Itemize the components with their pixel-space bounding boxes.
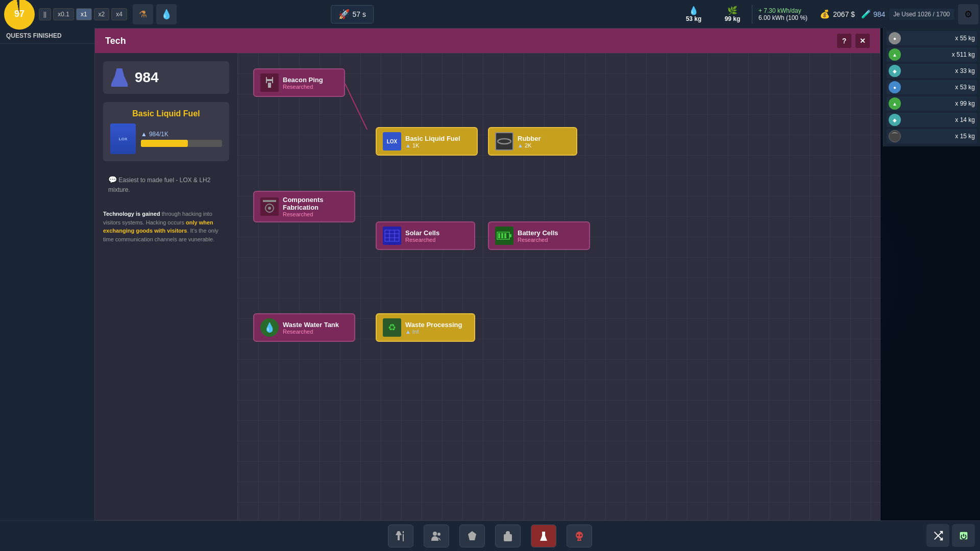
help-button[interactable]: ? (837, 34, 851, 48)
tech-graph: Beacon Ping Researched Components Fabric… (238, 53, 880, 520)
svg-rect-22 (501, 233, 503, 238)
money-value: 2067 $ (833, 10, 855, 18)
tech-node-waste-proc[interactable]: ♻ Waste Processing ▲ Inf (376, 313, 475, 342)
quests-header: QUESTS FINISHED (0, 28, 94, 44)
battery-name: Battery Cells (518, 229, 558, 237)
selected-tech-progress: ▲ 984/1K (141, 131, 222, 147)
waste-water-node-text: Waste Water Tank Researched (283, 321, 339, 335)
tech-node-components[interactable]: Components Fabrication Researched (253, 191, 355, 222)
tech-window: Tech ? ✕ 984 Basic Liquid Fuel LOX (94, 28, 880, 520)
basic-fuel-node-text: Basic Liquid Fuel ▲ 1K (405, 135, 460, 148)
svg-rect-21 (498, 233, 500, 238)
svg-point-29 (577, 534, 579, 536)
storage-info: Je Used 1026 / 1700 (889, 9, 954, 20)
timer-value: 57 s (353, 10, 366, 18)
selected-tech-box: Basic Liquid Fuel LOX ▲ 984/1K (103, 102, 229, 161)
tech-titlebar: Tech ? ✕ (95, 29, 880, 53)
shuffle-button[interactable] (926, 524, 949, 547)
progress-text-value: 984/1K (149, 131, 168, 138)
flask-icon-large (110, 68, 129, 87)
tech-lore: Technology is gained through hacking int… (103, 210, 229, 243)
nav-bag-button[interactable] (495, 524, 521, 547)
svg-rect-14 (385, 230, 399, 241)
resource-row-3: ● x 53 kg (887, 80, 977, 94)
progress-label: ▲ 984/1K (141, 131, 222, 138)
speed-x2-button[interactable]: x2 (94, 8, 110, 20)
bag-icon-slot[interactable]: ⚗ (133, 4, 153, 24)
drop-icon-slot[interactable]: 💧 (156, 4, 177, 24)
level-number: 97 (14, 9, 24, 19)
tech-node-rubber[interactable]: Rubber ▲ 2K (488, 127, 577, 156)
solar-icon (383, 227, 401, 245)
solar-node-text: Solar Cells Researched (405, 229, 439, 243)
svg-point-13 (498, 139, 511, 144)
resource-row-5: ◆ x 14 kg (887, 113, 977, 127)
bottom-nav (0, 520, 980, 551)
tech-left-panel: 984 Basic Liquid Fuel LOX ▲ 984/1K (95, 53, 238, 520)
energy-section: + 7.30 kWh/day 6.00 kWh (100 %) (752, 5, 814, 23)
svg-rect-7 (266, 79, 273, 81)
waste-proc-name: Waste Processing (405, 321, 462, 329)
svg-rect-33 (577, 540, 581, 541)
resource-row-0: ● x 55 kg (887, 31, 977, 45)
tech-node-beacon[interactable]: Beacon Ping Researched (253, 68, 345, 97)
resource-row-6: ⌒ x 15 kg (887, 129, 977, 143)
tech-node-basic-fuel[interactable]: LOX Basic Liquid Fuel ▲ 1K (376, 127, 478, 156)
waste-water-name: Waste Water Tank (283, 321, 339, 329)
waste-proc-cost: ▲ Inf (405, 329, 462, 335)
tech-node-battery[interactable]: Battery Cells Researched (488, 221, 590, 250)
speed-x01-button[interactable]: x0.1 (53, 8, 74, 20)
co2-resource: 🌿 99 kg (717, 6, 748, 22)
pause-controls: || x0.1 x1 x2 x4 (39, 8, 127, 20)
settings-icon-slot[interactable]: ⚙ (958, 4, 978, 24)
rocket-icon: 🚀 (338, 9, 350, 20)
tech-node-solar[interactable]: Solar Cells Researched (376, 221, 475, 250)
resource-bar: 💧 53 kg 🌿 99 kg (678, 6, 748, 22)
resource-label-5: x 14 kg (955, 116, 975, 123)
svg-rect-9 (272, 77, 273, 83)
lox-icon: LOX (110, 123, 136, 154)
svg-rect-10 (263, 200, 276, 202)
components-node-text: Components Fabrication Researched (283, 196, 348, 217)
power-button[interactable] (952, 524, 975, 547)
battery-status: Researched (518, 237, 558, 243)
nav-skull-button[interactable] (567, 524, 592, 547)
basic-fuel-icon: LOX (383, 132, 401, 151)
tech-node-waste-water[interactable]: 💧 Waste Water Tank Researched (253, 313, 355, 342)
resource-label-1: x 511 kg (952, 51, 975, 58)
energy-rate: + 7.30 kWh/day (758, 7, 807, 14)
speed-x1-button[interactable]: x1 (76, 8, 92, 20)
resource-icon-teal-5: ◆ (889, 114, 901, 126)
rocket-timer: 🚀 57 s (331, 5, 374, 23)
svg-point-25 (437, 533, 440, 536)
nav-people-button[interactable] (424, 524, 449, 547)
rubber-icon (495, 132, 513, 151)
resource-icon-gray: ● (889, 32, 901, 44)
resource-row-2: ◆ x 33 kg (887, 64, 977, 78)
rubber-node-text: Rubber ▲ 2K (518, 135, 541, 148)
tech-points-value: 984 (135, 69, 159, 86)
waste-proc-icon: ♻ (383, 318, 401, 337)
resource-label-4: x 99 kg (955, 100, 975, 107)
resource-icon-green-4: ▲ (889, 97, 901, 110)
svg-rect-23 (504, 233, 506, 238)
nav-tools-button[interactable] (388, 524, 413, 547)
top-bar: 97 || x0.1 x1 x2 x4 ⚗ 💧 🚀 57 s 💧 53 kg 🌿… (0, 0, 980, 28)
nav-gem-button[interactable] (459, 524, 485, 547)
resource-label-6: x 15 kg (955, 133, 975, 140)
components-status: Researched (283, 211, 348, 217)
pause-button[interactable]: || (39, 8, 51, 20)
progress-bar-fill (141, 140, 188, 147)
flask-section: 🧪 984 (861, 9, 885, 19)
selected-tech-body: LOX ▲ 984/1K (110, 123, 222, 154)
basic-fuel-name: Basic Liquid Fuel (405, 135, 460, 142)
resource-label-2: x 33 kg (955, 67, 975, 74)
resource-row-4: ▲ x 99 kg (887, 96, 977, 111)
solar-name: Solar Cells (405, 229, 439, 237)
svg-line-0 (345, 84, 376, 130)
close-button[interactable]: ✕ (855, 34, 870, 48)
nav-flask-button[interactable] (531, 524, 556, 547)
speed-x4-button[interactable]: x4 (111, 8, 127, 20)
battery-node-text: Battery Cells Researched (518, 229, 558, 243)
waste-proc-node-text: Waste Processing ▲ Inf (405, 321, 462, 335)
